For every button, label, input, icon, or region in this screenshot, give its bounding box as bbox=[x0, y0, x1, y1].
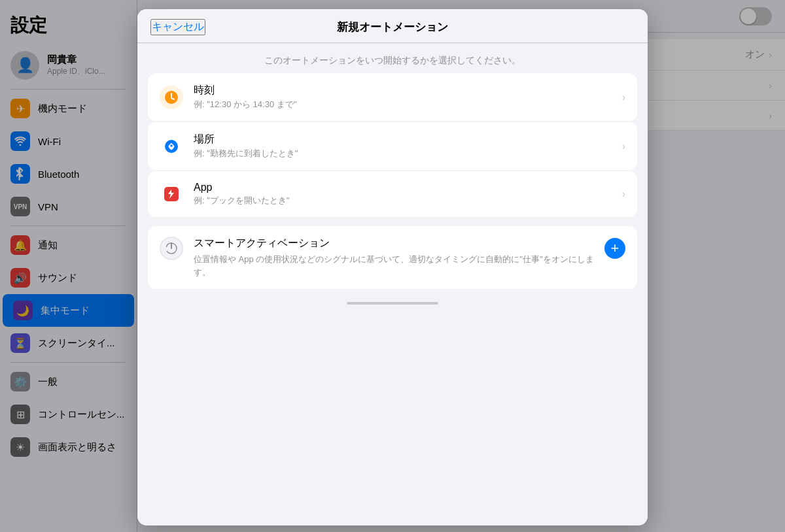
option-app-desc: 例: "ブックを開いたとき" bbox=[194, 195, 612, 207]
options-group: 時刻 例: "12:30 から 14:30 まで" › bbox=[148, 73, 637, 218]
new-automation-modal: キャンセル 新規オートメーション このオートメーションをいつ開始するかを選択して… bbox=[137, 9, 648, 525]
option-location-text: 場所 例: "勤務先に到着したとき" bbox=[194, 133, 612, 159]
smart-activation-card[interactable]: スマートアクティベーション 位置情報や App の使用状況などのシグナルに基づい… bbox=[148, 226, 637, 289]
option-location-title: 場所 bbox=[194, 133, 612, 146]
option-time-card[interactable]: 時刻 例: "12:30 から 14:30 まで" › bbox=[148, 73, 637, 121]
app-icon bbox=[160, 182, 183, 206]
cancel-button[interactable]: キャンセル bbox=[150, 19, 205, 35]
option-location-card[interactable]: 場所 例: "勤務先に到着したとき" › bbox=[148, 122, 637, 170]
smart-add-button[interactable]: + bbox=[604, 238, 625, 259]
location-icon bbox=[160, 135, 183, 158]
modal-title: 新規オートメーション bbox=[337, 20, 448, 35]
modal-subtitle: このオートメーションをいつ開始するかを選択してください。 bbox=[137, 43, 648, 73]
svg-point-2 bbox=[170, 144, 173, 147]
option-time-row[interactable]: 時刻 例: "12:30 から 14:30 まで" › bbox=[148, 73, 637, 121]
option-app-text: App 例: "ブックを開いたとき" bbox=[194, 182, 612, 207]
option-app-card[interactable]: App 例: "ブックを開いたとき" › bbox=[148, 171, 637, 217]
option-time-desc: 例: "12:30 から 14:30 まで" bbox=[194, 99, 612, 110]
option-app-title: App bbox=[194, 182, 612, 193]
time-icon bbox=[160, 86, 183, 109]
scrollbar-indicator bbox=[347, 302, 438, 305]
time-chevron-icon: › bbox=[622, 91, 625, 103]
smart-power-icon bbox=[160, 237, 183, 260]
app-chevron-icon: › bbox=[622, 188, 625, 200]
option-location-desc: 例: "勤務先に到着したとき" bbox=[194, 148, 612, 159]
smart-activation-text: スマートアクティベーション 位置情報や App の使用状況などのシグナルに基づい… bbox=[194, 237, 594, 278]
modal-body: 時刻 例: "12:30 から 14:30 まで" › bbox=[137, 73, 648, 289]
smart-activation-title: スマートアクティベーション bbox=[194, 237, 594, 250]
option-location-row[interactable]: 場所 例: "勤務先に到着したとき" › bbox=[148, 122, 637, 170]
option-time-text: 時刻 例: "12:30 から 14:30 まで" bbox=[194, 84, 612, 110]
option-app-row[interactable]: App 例: "ブックを開いたとき" › bbox=[148, 171, 637, 217]
modal-header: キャンセル 新規オートメーション bbox=[137, 9, 648, 43]
smart-activation-desc: 位置情報や App の使用状況などのシグナルに基づいて、適切なタイミングに自動的… bbox=[194, 253, 594, 278]
location-chevron-icon: › bbox=[622, 141, 625, 152]
option-time-title: 時刻 bbox=[194, 84, 612, 97]
